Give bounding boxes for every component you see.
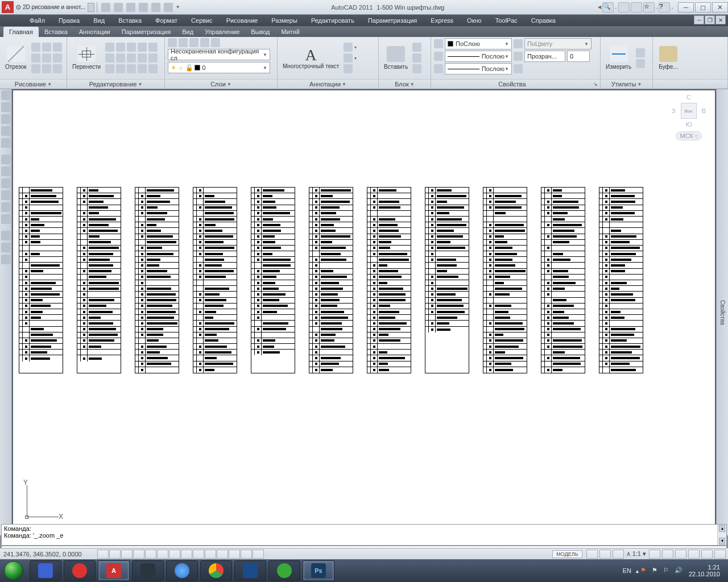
tool-find[interactable] [1, 114, 11, 124]
toolbar-lock[interactable] [675, 550, 686, 559]
sc-toggle[interactable] [241, 550, 252, 559]
start-button[interactable] [0, 559, 27, 582]
copy-icon[interactable] [105, 43, 114, 52]
scale-icon[interactable] [116, 64, 125, 73]
taskbar-credo[interactable] [234, 560, 266, 581]
region-icon[interactable] [53, 64, 62, 73]
panel-layers-title[interactable]: Слои▼ [165, 79, 277, 89]
taskbar-wordpad[interactable] [30, 560, 61, 581]
tray-notification-icon[interactable]: ⚑ [640, 567, 648, 575]
tool-breakline[interactable] [1, 202, 11, 212]
explode-icon[interactable] [127, 64, 136, 73]
quickview-layouts[interactable] [586, 550, 598, 559]
clean-screen[interactable] [714, 550, 726, 559]
taskbar-photoshop[interactable]: Ps [303, 560, 334, 581]
extend-icon[interactable] [138, 43, 147, 52]
taskbar-itunes[interactable] [166, 560, 198, 581]
stretch-icon[interactable] [105, 64, 114, 73]
polyline-icon[interactable] [31, 43, 40, 52]
mtext-button[interactable]: A Многострочный текст [280, 46, 341, 70]
tab-parametric[interactable]: Параметризация [116, 27, 176, 37]
new-icon[interactable] [101, 3, 110, 12]
panel-props-title[interactable]: Свойства↘ [431, 79, 600, 89]
table-icon[interactable] [344, 64, 353, 73]
doc-restore[interactable]: ❐ [705, 15, 715, 24]
layer-iso-icon[interactable] [189, 38, 198, 47]
workspace-selector[interactable]: 2D рисование и аннот... [22, 4, 88, 10]
coordinates[interactable]: 241.3476, 346.3502, 0.0000 [0, 551, 85, 558]
join-icon[interactable] [138, 64, 147, 73]
tool-textmask[interactable] [1, 126, 11, 136]
menu-window[interactable]: Окно [460, 15, 489, 26]
maximize-button[interactable]: ◻ [695, 2, 711, 13]
taskbar-3dsmax[interactable] [132, 560, 164, 581]
otrack-toggle[interactable] [169, 550, 180, 559]
tray-action-icon[interactable]: ⚐ [663, 567, 671, 575]
panel-draw-title[interactable]: Рисование▼ [0, 79, 67, 89]
panel-anno-title[interactable]: Аннотации▼ [278, 79, 378, 89]
close-button[interactable]: ✕ [712, 2, 728, 13]
transparency-value[interactable]: 0 [567, 51, 590, 62]
ducs-toggle[interactable] [181, 550, 192, 559]
tool-wipeout[interactable] [1, 178, 11, 188]
tab-insert[interactable]: Вставка [39, 27, 73, 37]
tab-view[interactable]: Вид [176, 27, 199, 37]
color-combo[interactable]: ПоСлою▼ [445, 38, 512, 49]
doc-minimize[interactable]: ─ [694, 15, 704, 24]
isolate-objects[interactable] [701, 550, 713, 559]
ucs-badge[interactable]: МСК ▽ [676, 131, 701, 140]
osnap-toggle[interactable] [145, 550, 156, 559]
tool-align[interactable] [1, 155, 11, 164]
plotstyle-icon[interactable] [514, 39, 523, 48]
redo-icon[interactable] [151, 3, 160, 12]
rectangle-icon[interactable] [31, 53, 40, 63]
paste-button[interactable]: Буфе... [656, 45, 681, 71]
select-all-icon[interactable] [636, 48, 645, 57]
annoscale-lock[interactable] [613, 550, 624, 559]
layer-off-icon[interactable] [211, 38, 220, 47]
clock[interactable]: 1:21 22.10.2010 [684, 564, 725, 577]
tab-manage[interactable]: Управление [199, 27, 245, 37]
properties-palette-tab[interactable]: Свойства [716, 89, 728, 535]
linetype-icon[interactable] [434, 52, 443, 61]
tool-tcase[interactable] [1, 255, 11, 264]
polar-toggle[interactable] [133, 550, 144, 559]
workspace-switch[interactable] [662, 550, 673, 559]
create-block-icon[interactable] [412, 43, 421, 52]
app-logo[interactable]: A [2, 1, 14, 13]
undo-icon[interactable] [139, 3, 148, 12]
tool-superhatch[interactable] [1, 214, 11, 224]
menu-help[interactable]: Справка [524, 15, 562, 26]
hatch-icon[interactable] [53, 53, 62, 63]
tpy-toggle[interactable] [217, 550, 228, 559]
layer-props-icon[interactable] [168, 38, 177, 47]
spline-icon[interactable] [31, 64, 40, 73]
match-props-icon[interactable] [434, 39, 443, 48]
lwt-toggle[interactable] [205, 550, 216, 559]
array-icon[interactable] [148, 53, 158, 63]
menu-modify[interactable]: Редактировать [304, 15, 361, 26]
break-icon[interactable] [148, 64, 158, 73]
menu-parametric[interactable]: Параметризация [361, 15, 424, 26]
tool-revcloud[interactable] [1, 190, 11, 200]
qp-toggle[interactable] [229, 550, 240, 559]
arc-icon[interactable] [53, 43, 62, 52]
print-icon[interactable] [164, 3, 173, 12]
tab-output[interactable]: Вывод [245, 27, 275, 37]
grid-toggle[interactable] [109, 550, 121, 559]
tool-textfit[interactable] [1, 231, 11, 240]
panel-block-title[interactable]: Блок▼ [379, 79, 431, 89]
3dosnap-toggle[interactable] [157, 550, 168, 559]
rotate-icon[interactable] [116, 43, 125, 52]
move-button[interactable]: Перенести [70, 45, 103, 71]
quickcalc-icon[interactable] [636, 59, 645, 68]
layer-freeze-icon[interactable] [200, 38, 209, 47]
measure-button[interactable]: Измерить [603, 45, 634, 71]
leader-icon[interactable] [344, 53, 353, 63]
binoculars-icon[interactable]: 🔍 [602, 2, 614, 13]
ellipse-icon[interactable] [42, 53, 51, 63]
menu-toolpac[interactable]: ToolPac [489, 15, 524, 26]
tool-rotate[interactable] [1, 167, 11, 176]
taskbar-chrome[interactable] [200, 560, 232, 581]
panel-utils-title[interactable]: Утилиты▼ [601, 79, 652, 89]
